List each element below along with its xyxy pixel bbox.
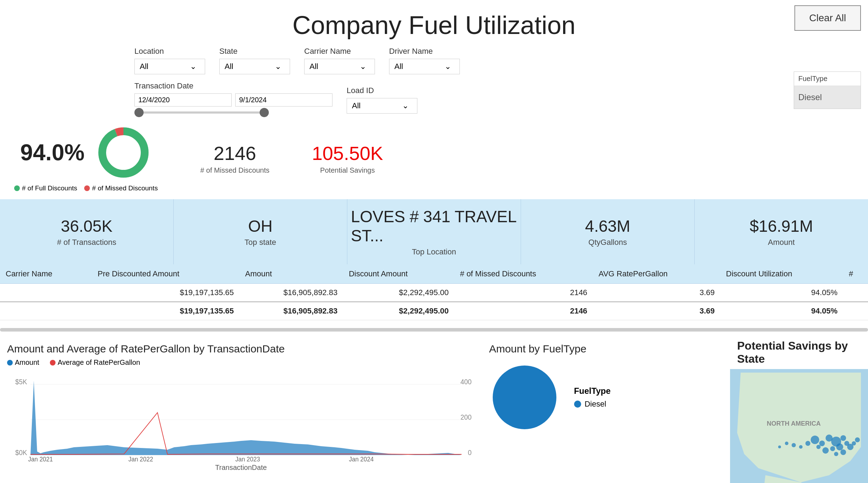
stat-amount: $16.91M Amount — [695, 199, 868, 264]
load-id-filter: Load ID All ⌄ — [347, 86, 417, 114]
col-avg-rate[interactable]: AVG RatePerGallon — [593, 264, 720, 284]
col-discount-util[interactable]: Discount Utilization — [721, 264, 843, 284]
svg-point-38 — [855, 437, 860, 442]
svg-point-33 — [805, 441, 810, 446]
pie-legend-diesel: Diesel — [574, 399, 611, 409]
pie-chart-svg — [489, 362, 560, 433]
amount-label: Amount — [768, 238, 795, 247]
svg-text:NORTH AMERICA: NORTH AMERICA — [767, 420, 821, 427]
col-discount-amount[interactable]: Discount Amount — [343, 264, 454, 284]
stat-qty-gallons: 4.63M QtyGallons — [521, 199, 695, 264]
top-state-label: Top state — [244, 238, 276, 247]
svg-text:Jan 2022: Jan 2022 — [128, 456, 153, 462]
qty-gallons-value: 4.63M — [585, 217, 630, 236]
svg-text:400: 400 — [461, 378, 472, 386]
load-id-label: Load ID — [347, 86, 417, 95]
svg-point-21 — [811, 436, 819, 444]
page-title: Company Fuel Utilization — [7, 11, 861, 40]
missed-discounts-count-kpi: 2146 # of Missed Discounts — [200, 142, 270, 174]
carrier-name-filter: Carrier Name All ⌄ — [304, 47, 375, 74]
col-amount[interactable]: Amount — [239, 264, 343, 284]
chevron-down-icon: ⌄ — [445, 62, 451, 71]
load-id-select[interactable]: All ⌄ — [347, 98, 417, 114]
col-carrier-name[interactable]: Carrier Name — [0, 264, 92, 284]
svg-point-34 — [799, 445, 803, 449]
top-state-value: OH — [248, 217, 273, 236]
chevron-down-icon: ⌄ — [402, 101, 409, 110]
diesel-label: Diesel — [585, 399, 606, 409]
location-label: Location — [134, 47, 205, 56]
qty-gallons-label: QtyGallons — [589, 238, 627, 247]
transaction-date-label: Transaction Date — [134, 81, 332, 91]
location-select[interactable]: All ⌄ — [134, 59, 205, 74]
amount-legend-label: Amount — [15, 358, 39, 367]
pie-chart-area: FuelType Diesel — [489, 358, 723, 436]
carrier-name-select[interactable]: All ⌄ — [304, 59, 375, 74]
svg-point-28 — [822, 447, 829, 454]
discount-utilization-kpi: 94.0% # of Full Discounts # of Missed Di… — [14, 124, 158, 192]
avg-legend-label: Average of RatePerGallon — [58, 358, 140, 367]
fueltype-panel: FuelType Diesel — [794, 71, 861, 109]
fueltype-diesel[interactable]: Diesel — [794, 86, 861, 109]
missed-discounts-dot — [84, 185, 90, 191]
map-title: Potential Savings byState — [730, 336, 868, 369]
state-filter: State All ⌄ — [219, 47, 290, 74]
col-missed-discounts[interactable]: # of Missed Discounts — [455, 264, 593, 284]
col-pre-discounted[interactable]: Pre Discounted Amount — [92, 264, 239, 284]
transactions-label: # of Transactions — [57, 238, 116, 247]
svg-text:0: 0 — [468, 448, 472, 456]
pie-legend-title: FuelType — [574, 386, 611, 396]
col-hash[interactable]: # — [843, 264, 868, 284]
stat-top-location: LOVES # 341 TRAVEL ST... Top Location — [347, 199, 521, 264]
donut-legend: # of Full Discounts # of Missed Discount… — [14, 184, 158, 192]
utilization-percentage: 94.0% — [20, 139, 84, 166]
map-section: Potential Savings byState NORTH AMERICA — [730, 336, 868, 483]
driver-name-label: Driver Name — [389, 47, 460, 56]
slider-thumb-left[interactable] — [134, 108, 144, 117]
svg-point-25 — [840, 435, 846, 441]
line-chart-legend: Amount Average of RatePerGallon — [7, 358, 475, 367]
bottom-section: Amount and Average of RatePerGallon by T… — [0, 336, 868, 483]
state-label: State — [219, 47, 290, 56]
kpi-top-row: 94.0% # of Full Discounts # of Missed Di… — [0, 117, 868, 199]
chevron-down-icon: ⌄ — [275, 62, 281, 71]
dual-charts: Amount and Average of RatePerGallon by T… — [7, 343, 723, 472]
svg-point-39 — [785, 442, 788, 445]
svg-rect-19 — [730, 369, 737, 483]
charts-section: Amount and Average of RatePerGallon by T… — [0, 336, 730, 483]
state-select[interactable]: All ⌄ — [219, 59, 290, 74]
missed-discounts-value: 2146 — [214, 142, 256, 164]
transaction-date-filter: Transaction Date — [134, 81, 332, 114]
svg-point-26 — [836, 443, 843, 450]
svg-point-37 — [834, 452, 838, 456]
data-table-section: Carrier Name Pre Discounted Amount Amoun… — [0, 264, 868, 320]
stats-bar: 36.05K # of Transactions OH Top state LO… — [0, 199, 868, 264]
date-end-input[interactable] — [235, 93, 332, 107]
svg-point-15 — [493, 366, 556, 429]
x-axis-label: TransactionDate — [7, 464, 475, 472]
table-row-total: $19,197,135.65 $16,905,892.83 $2,292,495… — [0, 302, 868, 320]
top-location-value: LOVES # 341 TRAVEL ST... — [351, 207, 517, 245]
stat-transactions: 36.05K # of Transactions — [0, 199, 174, 264]
full-discounts-dot — [14, 185, 20, 191]
driver-name-filter: Driver Name All ⌄ — [389, 47, 460, 74]
clear-all-button[interactable]: Clear All — [794, 5, 861, 31]
svg-point-35 — [792, 443, 796, 447]
svg-text:200: 200 — [461, 413, 472, 421]
line-chart-title: Amount and Average of RatePerGallon by T… — [7, 343, 475, 355]
full-discounts-label: # of Full Discounts — [22, 184, 77, 192]
pie-chart-section: Amount by FuelType FuelType Diesel — [489, 343, 723, 436]
stat-top-state: OH Top state — [174, 199, 347, 264]
missed-discounts-sublabel: # of Missed Discounts — [200, 166, 270, 174]
carrier-name-label: Carrier Name — [304, 47, 375, 56]
svg-text:Jan 2021: Jan 2021 — [28, 456, 53, 462]
missed-discounts-label: # of Missed Discounts — [92, 184, 158, 192]
driver-name-select[interactable]: All ⌄ — [389, 59, 460, 74]
slider-thumb-right[interactable] — [260, 108, 269, 117]
horizontal-scrollbar[interactable] — [0, 328, 868, 332]
date-slider[interactable] — [134, 111, 269, 114]
date-start-input[interactable] — [134, 93, 232, 107]
amount-value: $16.91M — [750, 217, 813, 236]
potential-savings-sublabel: Potential Savings — [320, 166, 375, 174]
diesel-dot — [574, 401, 581, 408]
